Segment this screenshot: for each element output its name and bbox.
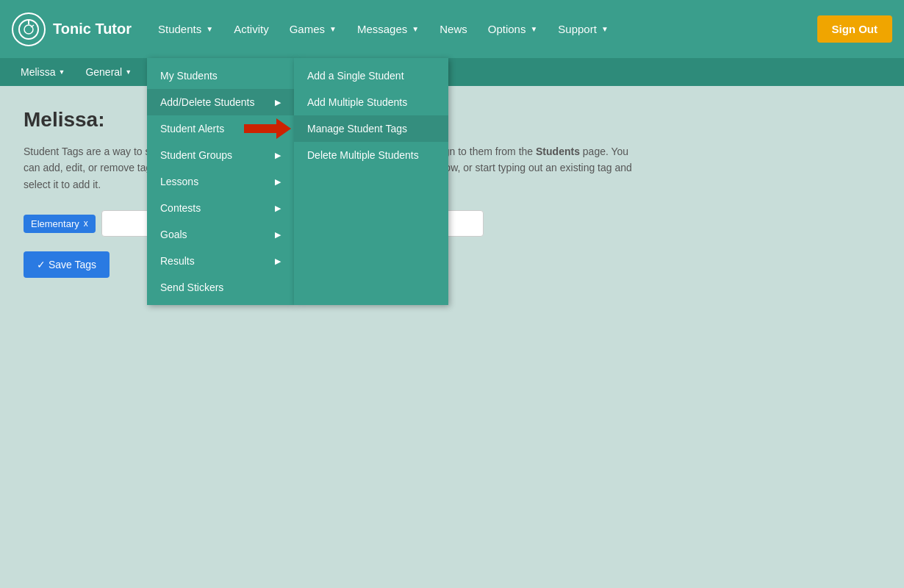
second-navbar: Melissa ▼ General ▼ Goals ▼ Statistics ▼…	[0, 58, 904, 86]
menu-add-delete-students[interactable]: Add/Delete Students ▶	[147, 89, 294, 115]
nav-news[interactable]: News	[431, 17, 476, 41]
contests-arrow: ▶	[275, 204, 281, 213]
submenu-add-multiple[interactable]: Add Multiple Students	[294, 89, 448, 115]
dropdown-overlay: My Students Add/Delete Students ▶ Studen…	[147, 58, 448, 305]
menu-contests[interactable]: Contests ▶	[147, 195, 294, 221]
menu-student-groups[interactable]: Student Groups ▶	[147, 142, 294, 168]
menu-my-students[interactable]: My Students	[147, 62, 294, 89]
nav-support[interactable]: Support ▼	[549, 17, 617, 41]
messages-caret: ▼	[412, 25, 419, 33]
red-arrow-indicator	[244, 118, 291, 139]
add-delete-arrow: ▶	[275, 98, 281, 107]
submenu-add-single[interactable]: Add a Single Student	[294, 62, 448, 89]
nav-activity[interactable]: Activity	[225, 17, 278, 41]
students-caret: ▼	[206, 25, 213, 33]
submenu-delete-multiple[interactable]: Delete Multiple Students	[294, 142, 448, 168]
nav-options[interactable]: Options ▼	[479, 17, 547, 41]
tag-remove-button[interactable]: x	[84, 218, 88, 229]
sign-out-button[interactable]: Sign Out	[817, 15, 893, 43]
tag-badge: Elementary x	[24, 215, 96, 233]
nav-students[interactable]: Students ▼	[149, 17, 222, 41]
menu-lessons[interactable]: Lessons ▶	[147, 168, 294, 195]
top-navbar: Tonic Tutor Students ▼ Activity Games ▼ …	[0, 0, 904, 58]
menu-send-stickers[interactable]: Send Stickers	[147, 274, 294, 301]
general-caret: ▼	[125, 68, 132, 76]
top-nav-items: Students ▼ Activity Games ▼ Messages ▼ N…	[149, 17, 817, 41]
options-caret: ▼	[530, 25, 537, 33]
melissa-caret: ▼	[58, 68, 65, 76]
second-nav-melissa[interactable]: Melissa ▼	[12, 62, 73, 82]
results-arrow: ▶	[275, 257, 281, 266]
brand-name: Tonic Tutor	[53, 21, 132, 37]
menu-goals[interactable]: Goals ▶	[147, 221, 294, 248]
brand: Tonic Tutor	[12, 12, 132, 46]
games-caret: ▼	[329, 25, 337, 33]
lessons-arrow: ▶	[275, 177, 281, 187]
second-nav-general[interactable]: General ▼	[76, 62, 140, 82]
student-groups-arrow: ▶	[275, 151, 281, 160]
menu-results[interactable]: Results ▶	[147, 248, 294, 274]
nav-messages[interactable]: Messages ▼	[348, 17, 428, 41]
students-dropdown: My Students Add/Delete Students ▶ Studen…	[147, 58, 294, 305]
add-delete-submenu: Add a Single Student Add Multiple Studen…	[294, 58, 448, 305]
nav-games[interactable]: Games ▼	[281, 17, 345, 41]
submenu-manage-tags[interactable]: Manage Student Tags	[294, 115, 448, 142]
brand-logo	[12, 12, 46, 46]
support-caret: ▼	[601, 25, 609, 33]
goals-arrow: ▶	[275, 230, 281, 240]
save-tags-button[interactable]: ✓ Save Tags	[24, 251, 110, 278]
